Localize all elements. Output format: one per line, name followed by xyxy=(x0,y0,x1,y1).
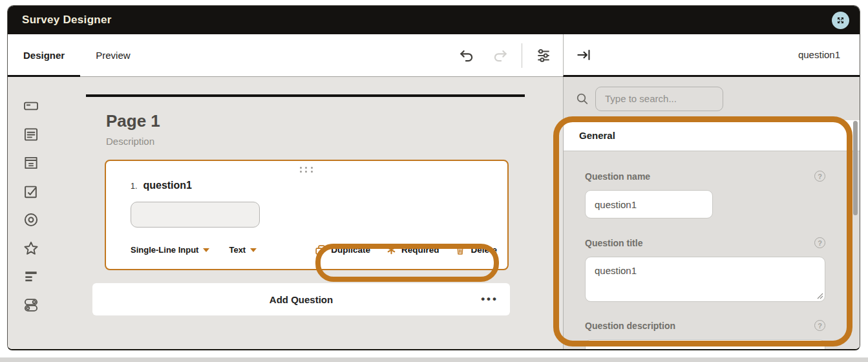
page-title[interactable]: Page 1 xyxy=(106,111,525,131)
panel-scrollbar[interactable] xyxy=(853,121,858,215)
required-label: Required xyxy=(401,245,439,255)
question-type-select[interactable]: Single-Line Input xyxy=(131,245,209,255)
help-icon[interactable]: ? xyxy=(814,320,825,331)
app-title: Survey Designer xyxy=(22,14,112,27)
duplicate-button[interactable]: Duplicate xyxy=(314,244,370,256)
settings-button[interactable] xyxy=(535,47,552,64)
field-question-description: Question description ? xyxy=(585,320,825,349)
redo-icon xyxy=(492,47,509,64)
expand-arrows-icon xyxy=(836,16,845,25)
drag-handle[interactable] xyxy=(300,167,314,173)
dropdown-icon[interactable] xyxy=(23,154,39,171)
question-title-label: Question title xyxy=(585,238,642,248)
expand-button[interactable] xyxy=(832,12,849,29)
tab-designer[interactable]: Designer xyxy=(8,34,80,76)
property-search-input[interactable] xyxy=(595,87,723,111)
toolbar-actions xyxy=(458,34,563,76)
property-panel-header: question1 xyxy=(563,34,860,77)
input-type-select[interactable]: Text xyxy=(229,245,257,255)
radio-button-icon[interactable] xyxy=(23,211,39,228)
page-description[interactable]: Description xyxy=(106,136,525,147)
property-search-row xyxy=(564,77,860,120)
sliders-icon xyxy=(535,47,552,64)
search-icon xyxy=(575,91,590,107)
property-fields: Question name ? Question title ? questio… xyxy=(564,151,860,349)
tab-bar-left: Designer Preview xyxy=(8,34,563,77)
yes-no-toggle-icon[interactable] xyxy=(23,297,39,314)
toolbox xyxy=(8,77,54,349)
property-panel: General Question name ? Question title xyxy=(563,77,860,349)
question-name-input[interactable] xyxy=(585,190,713,218)
question-description-textarea[interactable] xyxy=(585,339,825,349)
question-footer: Single-Line Input Text xyxy=(131,244,497,256)
input-type-label: Text xyxy=(229,245,246,255)
question-number: 1. xyxy=(131,182,137,191)
checkbox-icon[interactable] xyxy=(23,183,39,200)
duplicate-icon xyxy=(314,244,326,256)
resize-handle-icon[interactable] xyxy=(817,293,823,299)
matrix-icon[interactable] xyxy=(23,268,39,285)
question-name[interactable]: question1 xyxy=(143,180,192,191)
caret-down-icon xyxy=(250,248,257,252)
undo-icon xyxy=(458,47,475,64)
survey-designer-screen: Survey Designer Designer Preview xyxy=(0,0,868,362)
collapse-right-icon xyxy=(575,47,592,63)
help-icon[interactable]: ? xyxy=(814,237,825,248)
main-body: Page 1 Description 1. question1 xyxy=(8,77,860,349)
tab-preview[interactable]: Preview xyxy=(80,34,145,76)
design-canvas: Page 1 Description 1. question1 xyxy=(8,77,563,349)
field-question-title: Question title ? question1 xyxy=(585,237,825,302)
question-answer-input[interactable] xyxy=(131,202,260,228)
section-general[interactable]: General xyxy=(564,120,860,151)
question-title-row: 1. question1 xyxy=(131,180,507,191)
tab-preview-label: Preview xyxy=(96,50,130,61)
bottom-strip xyxy=(0,357,868,362)
question-type-label: Single-Line Input xyxy=(131,245,198,255)
question-description-label: Question description xyxy=(585,321,675,331)
required-button[interactable]: Required xyxy=(386,244,439,255)
tab-bar: Designer Preview xyxy=(8,34,860,77)
add-question-label: Add Question xyxy=(270,294,333,305)
add-question-button[interactable]: Add Question ••• xyxy=(92,283,510,315)
delete-label: Delete xyxy=(471,245,497,255)
collapse-panel-button[interactable] xyxy=(575,47,592,63)
undo-button[interactable] xyxy=(458,47,475,64)
field-question-name: Question name ? xyxy=(585,171,825,218)
question-actions: Duplicate Required xyxy=(314,244,497,256)
long-text-icon[interactable] xyxy=(23,126,39,143)
survey-header-line xyxy=(86,94,525,97)
question-card[interactable]: 1. question1 Single-Line Input Text xyxy=(105,160,509,270)
question-title-textarea[interactable]: question1 xyxy=(585,257,825,302)
app-header: Survey Designer xyxy=(8,6,860,34)
toolbar-divider xyxy=(522,43,522,68)
selected-element-name: question1 xyxy=(798,49,840,60)
trash-icon xyxy=(454,244,466,256)
required-asterisk-icon xyxy=(386,244,397,255)
caret-down-icon xyxy=(203,248,209,252)
duplicate-label: Duplicate xyxy=(331,245,370,255)
help-icon[interactable]: ? xyxy=(814,171,825,182)
design-surface: Page 1 Description 1. question1 xyxy=(86,77,525,349)
tab-designer-label: Designer xyxy=(23,50,65,61)
rating-star-icon[interactable] xyxy=(23,240,39,257)
survey-designer-window: Survey Designer Designer Preview xyxy=(7,5,860,350)
section-general-label: General xyxy=(579,130,615,141)
delete-button[interactable]: Delete xyxy=(454,244,497,256)
redo-button[interactable] xyxy=(492,47,509,64)
single-line-input-icon[interactable] xyxy=(23,98,39,114)
add-question-more-button[interactable]: ••• xyxy=(481,283,498,315)
question-name-label: Question name xyxy=(585,171,650,182)
